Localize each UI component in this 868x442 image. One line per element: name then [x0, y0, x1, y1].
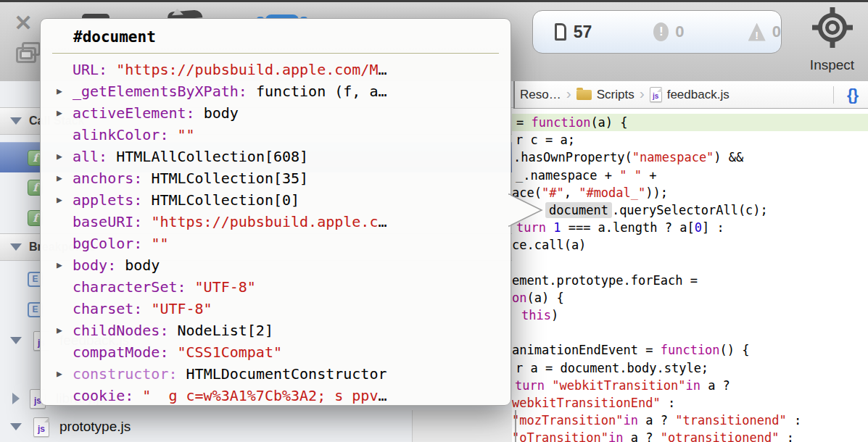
- code-token: a ?: [638, 413, 675, 428]
- code-token: 0: [695, 220, 702, 235]
- property-name: URL:: [73, 61, 116, 78]
- disclosure-arrow-icon[interactable]: ▶: [57, 320, 62, 341]
- property-row[interactable]: ▶childNodes: NodeList[2]: [73, 320, 511, 341]
- popover-separator: [52, 53, 499, 54]
- property-row[interactable]: bgColor: "": [73, 233, 511, 254]
- disclosure-arrow-icon[interactable]: ▶: [57, 363, 62, 385]
- property-name: _getElementsByXPath:: [73, 83, 256, 100]
- source-code-editor[interactable]: = function(a) {r c = a;.hasOwnProperty("…: [512, 109, 868, 442]
- code-line: [512, 254, 868, 272]
- code-line: turn 1 === a.length ? a[0] :: [512, 219, 868, 236]
- code-token: 1: [553, 220, 561, 235]
- resource-count-icon: [555, 23, 566, 41]
- property-name: bgColor:: [73, 235, 151, 252]
- property-row[interactable]: ▶applets: HTMLCollection[0]: [73, 189, 511, 211]
- property-value: body: [125, 257, 160, 274]
- code-token: in: [624, 413, 638, 428]
- property-row[interactable]: baseURI: "https://pubsbuild.apple.c…: [73, 211, 511, 233]
- code-token: function: [531, 115, 590, 130]
- property-name: baseURI:: [73, 213, 151, 230]
- close-icon[interactable]: ✕: [12, 12, 35, 36]
- error-count: 0: [675, 22, 684, 41]
- code-token: animationEndEvent =: [512, 343, 661, 357]
- chevron-right-icon[interactable]: [12, 393, 20, 404]
- code-line: r a = document.body.style;: [512, 359, 868, 377]
- property-name: charset:: [73, 300, 151, 317]
- property-row[interactable]: characterSet: "UTF-8": [73, 276, 511, 298]
- property-row[interactable]: compatMode: "CSS1Compat": [73, 341, 511, 363]
- property-value: HTMLAllCollection[608]: [116, 148, 308, 165]
- pretty-print-button[interactable]: {}: [847, 86, 858, 104]
- property-value: "https://pubsbuild.apple.c: [151, 213, 378, 230]
- breadcrumb-item-scripts[interactable]: Scripts: [597, 88, 635, 102]
- crosshair-icon: [810, 5, 855, 53]
- disclosure-arrow-icon[interactable]: ▶: [57, 189, 62, 211]
- ellipsis: …: [378, 61, 387, 78]
- breadcrumb-divider: [833, 86, 834, 104]
- property-row[interactable]: cookie: " g c=w%3A1%7Cb%3A2; s ppv…: [73, 385, 511, 406]
- property-row[interactable]: ▶constructor: HTMLDocumentConstructor: [73, 363, 511, 385]
- property-value: "": [178, 126, 195, 143]
- code-token: r a = document.body.style;: [516, 361, 708, 375]
- error-count-icon: !: [653, 22, 669, 41]
- chevron-down-icon[interactable]: [10, 117, 22, 125]
- code-line: "mozTransition"in a ? "transitionend" :: [512, 412, 868, 429]
- property-row[interactable]: ▶activeElement: body: [73, 102, 511, 124]
- property-row[interactable]: charset: "UTF-8": [73, 298, 511, 320]
- sidebar-divider: [513, 81, 515, 109]
- code-token: .hasOwnProperty(: [513, 150, 632, 164]
- code-token: " ": [619, 168, 642, 183]
- property-row[interactable]: ▶body: body: [73, 254, 511, 276]
- code-token: "#modal_": [579, 185, 645, 200]
- property-name: alinkColor:: [73, 126, 178, 143]
- property-row[interactable]: ▶all: HTMLAllCollection[608]: [73, 146, 511, 167]
- property-row[interactable]: ▶_getElementsByXPath: function (f, a…: [73, 80, 511, 102]
- chevron-down-icon[interactable]: [10, 337, 22, 344]
- chevron-right-icon: ›: [566, 85, 571, 102]
- code-token: +: [642, 168, 656, 183]
- inspect-label: Inspect: [798, 57, 867, 73]
- property-name: activeElement:: [73, 104, 204, 122]
- code-token: r c = a;: [516, 133, 575, 147]
- activity-badge-group[interactable]: 57 ! 0 ! 0: [532, 10, 782, 54]
- property-row[interactable]: alinkColor: "": [73, 124, 511, 146]
- document-object-popover[interactable]: #document URL: "https://pubsbuild.apple.…: [40, 18, 511, 406]
- code-line: _.namespace + " " +: [512, 167, 868, 184]
- disclosure-arrow-icon[interactable]: ▶: [57, 102, 62, 124]
- code-token: "namespace": [632, 150, 714, 164]
- highlighted-token[interactable]: document: [545, 202, 612, 218]
- property-name: applets:: [73, 191, 151, 209]
- chevron-down-icon[interactable]: [10, 243, 22, 251]
- disclosure-arrow-icon[interactable]: ▶: [57, 80, 62, 102]
- ellipsis: …: [378, 213, 387, 230]
- disclosure-arrow-icon[interactable]: ▶: [57, 167, 62, 189]
- property-row[interactable]: ▶anchors: HTMLCollection[35]: [73, 167, 511, 189]
- property-value: HTMLDocumentConstructor: [186, 365, 387, 383]
- code-token: :: [661, 396, 675, 410]
- js-file-icon: js: [33, 417, 49, 437]
- code-token: ement.prototype.forEach =: [512, 273, 698, 288]
- code-line: ace("#", "#modal_"));: [512, 184, 868, 201]
- property-row[interactable]: URL: "https://pubsbuild.apple.com/M…: [73, 59, 511, 80]
- code-token: this: [521, 308, 551, 322]
- disclosure-arrow-icon[interactable]: ▶: [57, 254, 62, 276]
- chevron-down-icon[interactable]: [10, 423, 22, 430]
- property-name: all:: [73, 148, 116, 165]
- code-token: ) &&: [714, 150, 743, 164]
- breadcrumb-item-file[interactable]: feedback.js: [667, 88, 729, 102]
- property-value: "https://pubsbuild.apple.com/M: [116, 61, 378, 78]
- code-token: () {: [720, 343, 750, 357]
- breadcrumb-item-resources[interactable]: Reso…: [520, 88, 561, 102]
- sidebar-divider: [515, 410, 516, 442]
- code-token: "oTransition": [512, 430, 608, 442]
- dock-to-window-icon[interactable]: [16, 47, 36, 63]
- code-token: in: [685, 378, 700, 393]
- code-token: "mozTransition": [512, 413, 624, 428]
- property-name: compatMode:: [73, 343, 178, 361]
- code-token: function: [661, 343, 720, 357]
- inspect-button[interactable]: Inspect: [798, 5, 867, 73]
- disclosure-arrow-icon[interactable]: ▶: [57, 146, 62, 167]
- code-line: webkitTransitionEnd" :: [512, 394, 868, 412]
- property-value: NodeList[2]: [178, 322, 273, 339]
- code-line: r c = a;: [512, 131, 868, 149]
